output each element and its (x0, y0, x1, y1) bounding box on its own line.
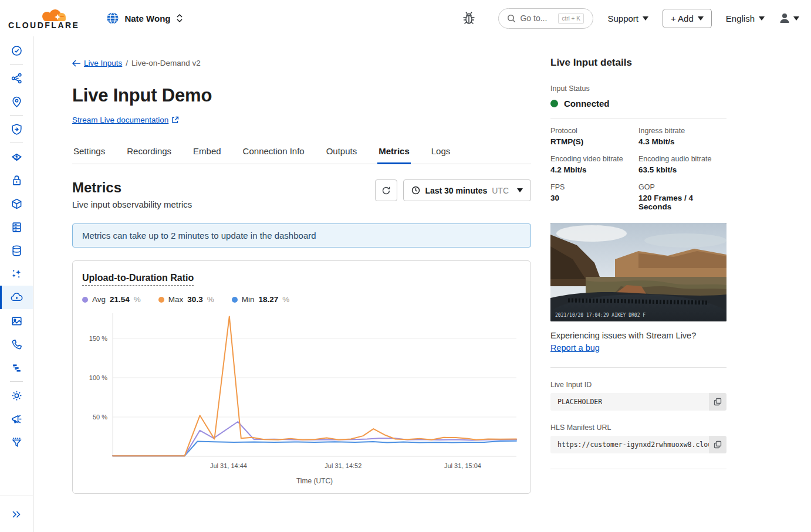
report-bug-link[interactable]: Report a bug (550, 343, 600, 353)
external-link-icon (171, 116, 179, 124)
time-zone-label: UTC (492, 186, 509, 195)
sidebar-item-servers[interactable] (0, 215, 33, 239)
refresh-icon (381, 186, 391, 195)
breadcrumb: Live Inputs / Live-on-Demand v2 (72, 59, 531, 67)
tab-embed[interactable]: Embed (192, 141, 222, 164)
shield-arrow-icon (11, 123, 23, 135)
live-stream-preview: 2021/10/20 17:04:29 AIKEY DR02 F (550, 223, 726, 321)
legend-unit: % (134, 295, 141, 304)
field-value: 30 (550, 194, 638, 202)
sparkles-icon (11, 268, 23, 280)
clock-check-icon (11, 45, 23, 57)
legend-unit: % (207, 295, 214, 304)
tab-metrics[interactable]: Metrics (377, 141, 411, 164)
metrics-subheading: Live input observability metrics (72, 199, 192, 209)
map-pin-icon (11, 96, 23, 108)
live-input-id-label: Live Input ID (550, 381, 726, 389)
search-shortcut-badge: ctrl + K (558, 13, 583, 24)
sidebar-item-location-pin[interactable] (0, 90, 33, 113)
divider (550, 367, 726, 368)
breadcrumb-back-link[interactable]: Live Inputs (72, 59, 122, 67)
copy-live-input-id-button[interactable] (709, 393, 726, 411)
tab-outputs[interactable]: Outputs (325, 141, 359, 164)
chevron-down-icon (517, 188, 523, 192)
upload-duration-chart-card: Upload-to-Duration Ratio Avg 21.54 % Max… (72, 260, 531, 494)
legend-name: Avg (92, 295, 106, 304)
field-label: Encoding audio bitrate (638, 155, 726, 163)
gear-icon (11, 389, 23, 402)
sidebar-item-images[interactable] (0, 309, 33, 333)
field-label: Encoding video bitrate (550, 155, 638, 163)
field-label: FPS (550, 183, 638, 191)
time-range-dropdown[interactable]: Last 30 minutes UTC (403, 179, 531, 201)
megaphone-icon (11, 413, 23, 425)
divider (550, 469, 726, 469)
sidebar-item-speed[interactable] (0, 145, 33, 168)
stream-docs-link[interactable]: Stream Live documentation (72, 116, 179, 124)
banner-text: Metrics can take up to 2 minutes to upda… (82, 231, 316, 240)
copy-hls-manifest-button[interactable] (709, 436, 726, 453)
add-label: + Add (671, 13, 694, 23)
breadcrumb-current: Live-on-Demand v2 (131, 59, 201, 67)
sidebar-item-calls[interactable] (0, 333, 33, 356)
search-icon (507, 14, 516, 23)
image-icon (11, 315, 23, 327)
field-value: RTMP(S) (550, 137, 638, 146)
metrics-info-banner: Metrics can take up to 2 minutes to upda… (72, 223, 531, 248)
search-input[interactable] (520, 13, 554, 23)
sidebar-item-announcements[interactable] (0, 407, 33, 431)
main-content: Live Inputs / Live-on-Demand v2 Live Inp… (33, 36, 531, 532)
page-title: Live Input Demo (72, 85, 531, 106)
cloudflare-logo[interactable]: CLOUDFLARE (8, 6, 79, 30)
legend-name: Max (168, 295, 184, 304)
sidebar-item-stream[interactable] (0, 286, 33, 309)
brand-name: CLOUDFLARE (8, 21, 79, 30)
status-value: Connected (564, 99, 610, 109)
sidebar-item-traffic[interactable] (0, 66, 33, 90)
support-menu[interactable]: Support (607, 13, 648, 23)
hls-manifest-field: https://customer-igynxd2rwhmuoxw8.cloudf (550, 436, 726, 453)
min-dot-icon (232, 297, 238, 303)
chevron-down-icon (759, 16, 765, 21)
svg-text:100 %: 100 % (89, 374, 107, 381)
account-switcher[interactable]: Nate Wong (106, 12, 183, 25)
legend-unit: % (282, 295, 289, 304)
tab-logs[interactable]: Logs (430, 141, 452, 164)
sidebar-divider (0, 62, 33, 66)
legend-min: Min 18.27 % (232, 295, 290, 304)
field-value: 4.2 Mbit/s (550, 165, 638, 174)
profile-menu[interactable] (779, 12, 799, 24)
arrow-left-icon (72, 60, 81, 67)
sort-chevrons-icon (176, 13, 183, 23)
time-range-label: Last 30 minutes (425, 186, 487, 195)
sidebar-expand-button[interactable] (0, 496, 33, 532)
refresh-button[interactable] (375, 179, 397, 201)
legend-value: 18.27 (258, 295, 278, 304)
tab-connection-info[interactable]: Connection Info (242, 141, 306, 164)
breadcrumb-separator: / (126, 59, 128, 67)
stream-cloud-play-icon (10, 291, 23, 304)
tab-settings[interactable]: Settings (72, 141, 106, 164)
sidebar-item-analytics[interactable] (0, 356, 33, 379)
sidebar-item-database[interactable] (0, 239, 33, 262)
top-header: CLOUDFLARE Nate Wong ctrl + K (0, 0, 811, 36)
language-menu[interactable]: English (726, 13, 765, 23)
svg-text:Time (UTC): Time (UTC) (296, 477, 333, 485)
sidebar-item-security[interactable] (0, 117, 33, 141)
hls-manifest-label: HLS Manifest URL (550, 423, 726, 432)
sidebar-item-ssl[interactable] (0, 168, 33, 192)
add-button[interactable]: + Add (663, 9, 712, 28)
legend-avg: Avg 21.54 % (82, 295, 141, 304)
sidebar-item-filter[interactable] (0, 431, 33, 454)
svg-text:150 %: 150 % (89, 335, 107, 342)
sidebar-item-ai[interactable] (0, 262, 33, 286)
tab-recordings[interactable]: Recordings (126, 141, 173, 164)
issues-text: Experiencing issues with Stream Live? (550, 331, 726, 340)
bug-report-icon[interactable] (462, 11, 476, 26)
sidebar-item-time-clock[interactable] (0, 39, 33, 62)
left-sidebar (0, 36, 33, 532)
svg-text:Jul 31, 15:04: Jul 31, 15:04 (444, 462, 481, 469)
sidebar-item-settings[interactable] (0, 384, 33, 407)
global-search[interactable]: ctrl + K (498, 8, 593, 29)
sidebar-item-workers[interactable] (0, 192, 33, 215)
